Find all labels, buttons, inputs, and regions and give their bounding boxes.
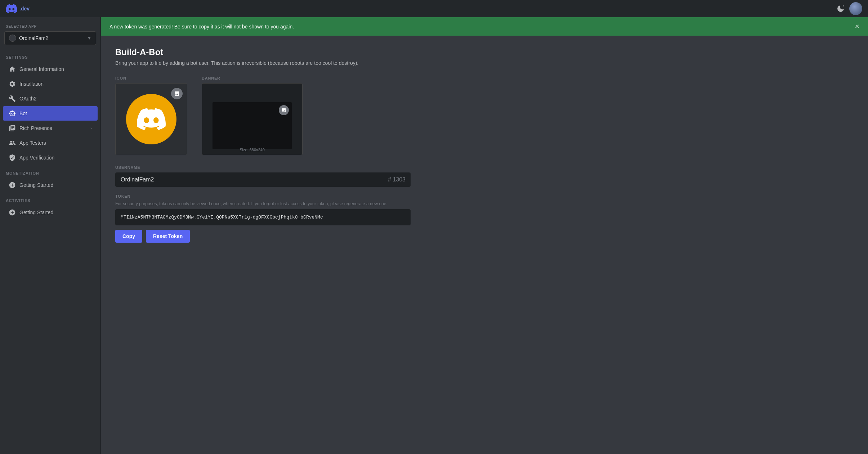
banner-container: Size: 680x240 bbox=[202, 83, 303, 155]
app-testers-label: App Testers bbox=[19, 140, 46, 146]
app-selector-name: OrdinalFam2 bbox=[19, 35, 48, 41]
brand-area: .dev bbox=[6, 3, 30, 14]
rich-presence-label: Rich Presence bbox=[19, 125, 52, 131]
wrench-icon bbox=[9, 95, 16, 102]
bot-label: Bot bbox=[19, 111, 27, 116]
topbar: .dev bbox=[0, 0, 868, 17]
alert-message: A new token was generated! Be sure to co… bbox=[109, 24, 294, 30]
moon-icon[interactable] bbox=[836, 4, 845, 13]
token-group: TOKEN For security purposes, tokens can … bbox=[115, 194, 411, 243]
activities-plus-circle-icon bbox=[9, 209, 16, 216]
sidebar-item-app-testers[interactable]: App Testers bbox=[3, 136, 98, 150]
token-label: TOKEN bbox=[115, 194, 411, 198]
page-title: Build-A-Bot bbox=[115, 47, 411, 57]
gear-icon bbox=[9, 80, 16, 87]
home-icon bbox=[9, 66, 16, 73]
plus-circle-icon bbox=[9, 181, 16, 189]
banner-group: BANNER Size: 680x240 bbox=[202, 76, 303, 155]
monetization-getting-started-label: Getting Started bbox=[19, 182, 53, 188]
token-display: MTI1NzA5NTM3NTA0MzQyODM3Mw.GYeiYE.QOPNa5… bbox=[115, 209, 411, 225]
icon-group: ICON bbox=[115, 76, 187, 155]
username-input-wrapper: # 1303 bbox=[115, 172, 411, 187]
token-description: For security purposes, tokens can only b… bbox=[115, 201, 411, 206]
username-label: USERNAME bbox=[115, 165, 411, 170]
sidebar: SELECTED APP OrdinalFam2 ▼ SETTINGS Gene… bbox=[0, 17, 101, 454]
settings-section-label: SETTINGS bbox=[0, 49, 100, 62]
content-area: Build-A-Bot Bring your app to life by ad… bbox=[101, 36, 425, 261]
media-section: ICON BANNER bbox=[115, 76, 411, 155]
svg-point-0 bbox=[843, 5, 844, 6]
sidebar-item-app-verification[interactable]: App Verification bbox=[3, 150, 98, 165]
icon-upload-button[interactable] bbox=[171, 88, 183, 99]
activities-getting-started-label: Getting Started bbox=[19, 210, 53, 215]
monetization-section-label: MONETIZATION bbox=[0, 165, 100, 177]
rich-presence-icon bbox=[9, 125, 16, 132]
sidebar-item-general-information[interactable]: General Information bbox=[3, 62, 98, 76]
icon-label: ICON bbox=[115, 76, 187, 80]
oauth2-label: OAuth2 bbox=[19, 96, 36, 102]
chevron-down-icon: ▼ bbox=[87, 36, 91, 41]
app-verification-icon bbox=[9, 154, 16, 161]
banner-inner bbox=[212, 102, 292, 149]
username-discriminator: # 1303 bbox=[388, 176, 406, 183]
sidebar-item-monetization-getting-started[interactable]: Getting Started bbox=[3, 178, 98, 192]
app-dot-icon bbox=[9, 35, 16, 42]
app-layout: SELECTED APP OrdinalFam2 ▼ SETTINGS Gene… bbox=[0, 17, 868, 454]
bot-discord-face-icon bbox=[137, 105, 166, 134]
username-group: USERNAME # 1303 bbox=[115, 165, 411, 187]
brand-dev-text: .dev bbox=[19, 6, 30, 12]
reset-token-button[interactable]: Reset Token bbox=[146, 230, 190, 243]
sidebar-item-activities-getting-started[interactable]: Getting Started bbox=[3, 205, 98, 220]
username-input[interactable] bbox=[115, 172, 411, 187]
selected-app-label: SELECTED APP bbox=[0, 23, 100, 31]
activities-section-label: ACTIVITIES bbox=[0, 193, 100, 205]
alert-banner: A new token was generated! Be sure to co… bbox=[101, 17, 868, 36]
sidebar-item-installation[interactable]: Installation bbox=[3, 77, 98, 91]
chevron-right-icon: › bbox=[90, 126, 92, 130]
main-content: A new token was generated! Be sure to co… bbox=[101, 17, 868, 454]
page-subtitle: Bring your app to life by adding a bot u… bbox=[115, 60, 411, 66]
avatar-image bbox=[849, 2, 862, 15]
sidebar-item-rich-presence[interactable]: Rich Presence › bbox=[3, 121, 98, 135]
app-selector-left: OrdinalFam2 bbox=[9, 35, 48, 42]
installation-label: Installation bbox=[19, 81, 44, 87]
discord-logo-icon bbox=[6, 3, 17, 14]
topbar-right bbox=[836, 2, 862, 15]
banner-size-text: Size: 680x240 bbox=[202, 148, 302, 152]
app-selector[interactable]: OrdinalFam2 ▼ bbox=[4, 31, 96, 45]
app-verification-label: App Verification bbox=[19, 155, 54, 161]
general-information-label: General Information bbox=[19, 66, 64, 72]
bot-avatar-circle bbox=[126, 94, 176, 144]
banner-upload-button[interactable] bbox=[279, 105, 289, 115]
alert-close-button[interactable]: ✕ bbox=[855, 23, 859, 30]
sidebar-item-bot[interactable]: Bot bbox=[3, 106, 98, 121]
icon-container bbox=[115, 83, 187, 155]
sidebar-item-oauth2[interactable]: OAuth2 bbox=[3, 91, 98, 106]
bot-icon bbox=[9, 110, 16, 117]
token-button-row: Copy Reset Token bbox=[115, 230, 411, 243]
copy-button[interactable]: Copy bbox=[115, 230, 142, 243]
app-testers-icon bbox=[9, 139, 16, 147]
banner-label: BANNER bbox=[202, 76, 303, 80]
avatar[interactable] bbox=[849, 2, 862, 15]
